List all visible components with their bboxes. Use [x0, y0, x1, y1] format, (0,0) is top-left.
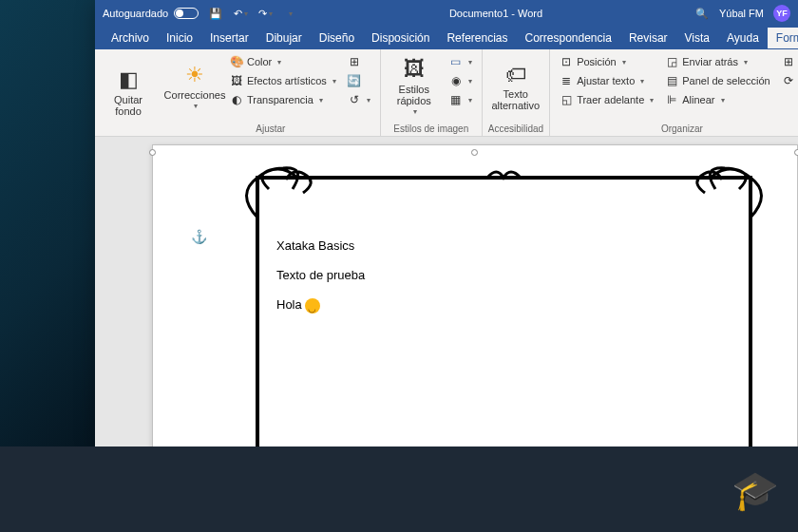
color-label: Color	[247, 56, 272, 67]
correcciones-label: Correcciones	[164, 89, 226, 101]
text-line: Xataka Basics	[276, 231, 365, 260]
selection-handle[interactable]	[794, 149, 798, 156]
ajustar-texto-button[interactable]: ≣ Ajustar texto▾	[556, 72, 657, 89]
group-estilos-imagen: 🖼 Estilos rápidos ▾ ▭▾ ◉▾ ▦▾ Estilos de …	[381, 49, 483, 136]
styles-icon: 🖼	[404, 58, 425, 81]
tab-correspondencia[interactable]: Correspondencia	[516, 28, 619, 48]
toggle-icon	[174, 8, 199, 19]
tab-dibujar[interactable]: Dibujar	[257, 28, 311, 48]
correcciones-button[interactable]: ☀ Correcciones ▾	[167, 53, 222, 122]
tab-insertar[interactable]: Insertar	[201, 28, 257, 48]
alinear-button[interactable]: ⊫ Alinear▾	[661, 91, 773, 108]
tab-formato[interactable]: Format	[768, 28, 798, 48]
graduation-cap-icon: 🎓	[732, 468, 779, 513]
footer-strip: 🎓	[0, 446, 798, 532]
organizar-label: Organizar	[556, 122, 798, 134]
change-pic-button[interactable]: 🔄	[344, 72, 374, 89]
align-icon: ⊫	[665, 93, 678, 106]
user-name: Yúbal FM	[719, 8, 764, 19]
transparencia-label: Transparencia	[247, 94, 314, 105]
ribbon-tabs: Archivo Inicio Insertar Dibujar Diseño D…	[95, 27, 798, 49]
group-accesibilidad: 🏷 Texto alternativo Accesibilidad	[483, 49, 550, 136]
tab-ayuda[interactable]: Ayuda	[718, 28, 768, 48]
pic-effects-button[interactable]: ◉▾	[446, 72, 476, 89]
alinear-label: Alinear	[682, 94, 714, 105]
panel-seleccion-label: Panel de selección	[682, 75, 770, 86]
page[interactable]: ⚓ Xataka Basics Texto de prueba Hola	[152, 144, 798, 446]
effects-icon: 🖼	[230, 74, 243, 87]
tab-revisar[interactable]: Revisar	[620, 28, 676, 48]
group-icon: ⊞	[782, 55, 795, 68]
document-area[interactable]: ⚓ Xataka Basics Texto de prueba Hola	[95, 137, 798, 446]
ajustar-texto-label: Ajustar texto	[577, 75, 635, 86]
smile-emoji-icon	[305, 298, 320, 314]
compress-button[interactable]: ⊞	[344, 53, 374, 70]
quitar-fondo-button[interactable]: ◧ Quitar fondo	[101, 53, 156, 132]
document-title: Documento1 - Word	[297, 8, 694, 19]
tab-diseno[interactable]: Diseño	[311, 28, 363, 48]
title-bar: Autoguardado 💾 ↶▾ ↷▾ ▾ Documento1 - Word…	[95, 0, 798, 27]
estilos-rapidos-button[interactable]: 🖼 Estilos rápidos ▾	[387, 53, 442, 122]
texto-alt-button[interactable]: 🏷 Texto alternativo	[488, 53, 543, 122]
compress-icon: ⊞	[348, 55, 361, 68]
text-line: Hola	[276, 290, 365, 319]
group-ajustar: ☀ Correcciones ▾ 🎨 Color▾ 🖼 Efectos artí…	[162, 49, 381, 136]
ajustar-label: Ajustar	[167, 122, 374, 134]
pic-layout-button[interactable]: ▦▾	[446, 91, 476, 108]
rotate-icon: ⟳	[782, 74, 795, 87]
rotate-button[interactable]: ⟳▾	[778, 72, 798, 89]
transparency-icon: ◐	[230, 93, 243, 106]
alt-text-icon: 🏷	[505, 64, 526, 86]
text-line: Texto de prueba	[276, 260, 365, 290]
estilos-rapidos-label: Estilos rápidos	[389, 84, 440, 106]
border-icon: ▭	[449, 55, 463, 68]
quitar-fondo-label: Quitar fondo	[103, 94, 154, 117]
group-quitar-fondo: ◧ Quitar fondo	[95, 49, 162, 136]
group-button[interactable]: ⊞▾	[778, 53, 798, 70]
texto-alt-label: Texto alternativo	[490, 88, 542, 111]
color-icon: 🎨	[230, 55, 243, 68]
tab-vista[interactable]: Vista	[676, 28, 718, 48]
save-icon[interactable]: 💾	[208, 6, 223, 21]
qat-customize-icon[interactable]: ▾	[282, 6, 297, 21]
corrections-icon: ☀	[185, 64, 204, 86]
enviar-atras-button[interactable]: ◲ Enviar atrás▾	[661, 53, 773, 70]
selection-handle[interactable]	[471, 149, 478, 156]
redo-icon[interactable]: ↷▾	[257, 6, 273, 21]
group-organizar: ⊡ Posición▾ ≣ Ajustar texto▾ ◱ Traer ade…	[550, 49, 798, 136]
anchor-icon[interactable]: ⚓	[191, 229, 207, 244]
desktop-background	[0, 0, 95, 446]
transparencia-button[interactable]: ◐ Transparencia▾	[226, 91, 340, 108]
autosave-toggle[interactable]: Autoguardado	[103, 8, 199, 19]
autosave-label: Autoguardado	[103, 8, 168, 19]
selection-pane-icon: ▤	[665, 74, 678, 87]
reset-pic-button[interactable]: ↺▾	[344, 91, 374, 108]
document-content[interactable]: Xataka Basics Texto de prueba Hola	[276, 231, 365, 320]
panel-seleccion-button[interactable]: ▤ Panel de selección	[661, 72, 773, 89]
selection-handle[interactable]	[149, 149, 156, 156]
wrap-icon: ≣	[560, 74, 573, 87]
tab-inicio[interactable]: Inicio	[158, 28, 201, 48]
search-icon[interactable]: 🔍	[694, 6, 710, 21]
traer-adelante-button[interactable]: ◱ Traer adelante▾	[556, 91, 657, 108]
change-pic-icon: 🔄	[348, 74, 361, 87]
word-window: Autoguardado 💾 ↶▾ ↷▾ ▾ Documento1 - Word…	[95, 0, 798, 446]
color-button[interactable]: 🎨 Color▾	[226, 53, 340, 70]
remove-bg-icon: ◧	[119, 68, 139, 91]
tab-referencias[interactable]: Referencias	[438, 28, 516, 48]
efectos-button[interactable]: 🖼 Efectos artísticos▾	[226, 72, 340, 89]
accesibilidad-label: Accesibilidad	[488, 122, 543, 134]
undo-icon[interactable]: ↶▾	[233, 6, 248, 21]
pic-border-button[interactable]: ▭▾	[446, 53, 476, 70]
pic-effects-icon: ◉	[449, 74, 463, 87]
user-avatar[interactable]: YF	[773, 5, 790, 22]
traer-adelante-label: Traer adelante	[577, 94, 644, 105]
send-back-icon: ◲	[665, 55, 678, 68]
tab-disposicion[interactable]: Disposición	[363, 28, 438, 48]
reset-icon: ↺	[348, 93, 361, 106]
position-icon: ⊡	[560, 55, 573, 68]
tab-archivo[interactable]: Archivo	[103, 28, 158, 48]
estilos-imagen-label: Estilos de imagen	[387, 122, 476, 134]
posicion-button[interactable]: ⊡ Posición▾	[556, 53, 657, 70]
enviar-atras-label: Enviar atrás	[682, 56, 738, 67]
